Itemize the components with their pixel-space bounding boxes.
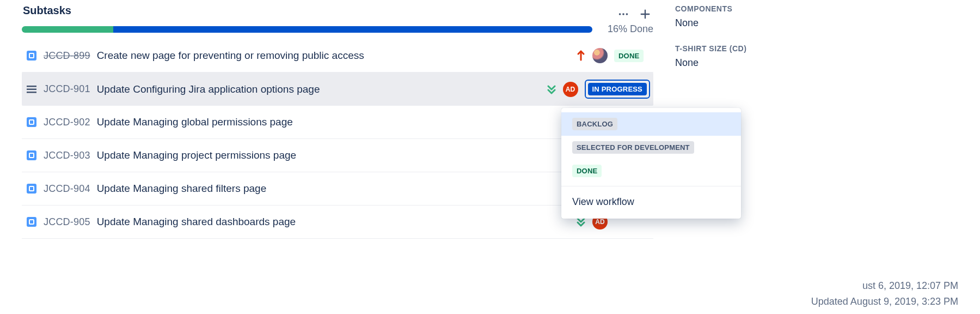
subtasks-progress-bar [22, 26, 592, 33]
tshirt-size-value: None [675, 57, 958, 69]
assignee-avatar[interactable]: AD [563, 82, 578, 97]
status-lozenge: IN PROGRESS [588, 83, 647, 95]
subtask-type-icon [26, 216, 37, 227]
subtask-type-icon [26, 150, 37, 161]
status-option[interactable]: SELECTED FOR DEVELOPMENT [561, 136, 741, 159]
updated-timestamp: Updated August 9, 2019, 3:23 PM [811, 294, 958, 310]
issue-summary[interactable]: Update Managing shared dashboards page [97, 216, 569, 228]
svg-rect-6 [27, 88, 36, 90]
subtasks-panel: Subtasks 16% Done JCCD-899Create new pag… [22, 4, 653, 239]
issue-key[interactable]: JCCD-903 [44, 150, 90, 161]
subtask-row[interactable]: JCCD-903Update Managing project permissi… [22, 139, 653, 172]
status-dropdown: BACKLOGSELECTED FOR DEVELOPMENTDONE View… [561, 108, 741, 219]
svg-rect-5 [27, 86, 36, 87]
more-icon[interactable] [617, 8, 629, 20]
status-cell[interactable]: DONE [614, 50, 650, 62]
progress-remaining-segment [113, 26, 592, 33]
subtask-list: JCCD-899Create new page for preventing o… [22, 39, 653, 239]
progress-label: 16% Done [608, 23, 653, 35]
issue-key[interactable]: JCCD-905 [44, 216, 90, 228]
components-field[interactable]: COMPONENTS None [675, 4, 958, 29]
components-value: None [675, 17, 958, 29]
timestamps: ust 6, 2019, 12:07 PM Updated August 9, … [811, 278, 958, 310]
status-option[interactable]: BACKLOG [561, 112, 741, 136]
issue-key[interactable]: JCCD-899 [44, 50, 90, 62]
created-timestamp: ust 6, 2019, 12:07 PM [811, 278, 958, 294]
subtask-row[interactable]: JCCD-899Create new page for preventing o… [22, 39, 653, 73]
progress-done-segment [22, 26, 113, 33]
view-workflow-link[interactable]: View workflow [561, 190, 741, 214]
priority-highest-icon [576, 50, 586, 62]
issue-summary[interactable]: Update Managing shared filters page [97, 183, 569, 195]
components-label: COMPONENTS [675, 4, 958, 13]
dropdown-separator [561, 186, 741, 186]
assignee-avatar[interactable] [592, 48, 608, 63]
issue-key[interactable]: JCCD-904 [44, 183, 90, 195]
status-lozenge: DONE [614, 50, 644, 62]
reorder-handle-icon [26, 84, 37, 95]
issue-summary[interactable]: Update Configuring Jira application opti… [97, 83, 540, 95]
tshirt-size-field[interactable]: T-SHIRT SIZE (CD) None [675, 44, 958, 69]
svg-point-0 [619, 13, 621, 15]
status-lozenge: BACKLOG [572, 118, 617, 130]
status-option[interactable]: DONE [561, 159, 741, 183]
svg-rect-7 [27, 92, 36, 93]
issue-summary[interactable]: Update Managing global permissions page [97, 116, 569, 128]
svg-point-1 [622, 13, 624, 15]
subtask-row[interactable]: JCCD-901Update Configuring Jira applicat… [22, 73, 653, 106]
subtask-type-icon [26, 183, 37, 194]
status-cell[interactable]: IN PROGRESS [585, 80, 651, 99]
issue-key[interactable]: JCCD-902 [44, 117, 90, 128]
subtask-row[interactable]: JCCD-902Update Managing global permissio… [22, 106, 653, 139]
status-lozenge: SELECTED FOR DEVELOPMENT [572, 141, 694, 154]
status-dropdown-trigger[interactable]: IN PROGRESS [585, 80, 651, 99]
status-lozenge: DONE [572, 165, 602, 177]
issue-summary[interactable]: Create new page for preventing or removi… [97, 50, 569, 62]
issue-summary[interactable]: Update Managing project permissions page [97, 149, 569, 161]
issue-key[interactable]: JCCD-901 [44, 83, 90, 95]
subtask-row[interactable]: JCCD-905Update Managing shared dashboard… [22, 206, 653, 239]
subtask-type-icon [26, 50, 37, 61]
subtasks-heading: Subtasks [23, 4, 71, 17]
tshirt-size-label: T-SHIRT SIZE (CD) [675, 44, 958, 53]
subtask-type-icon [26, 117, 37, 128]
add-subtask-icon[interactable] [639, 8, 651, 20]
subtask-row[interactable]: JCCD-904Update Managing shared filters p… [22, 172, 653, 206]
svg-point-2 [626, 13, 628, 15]
priority-lowest-icon [547, 84, 556, 95]
